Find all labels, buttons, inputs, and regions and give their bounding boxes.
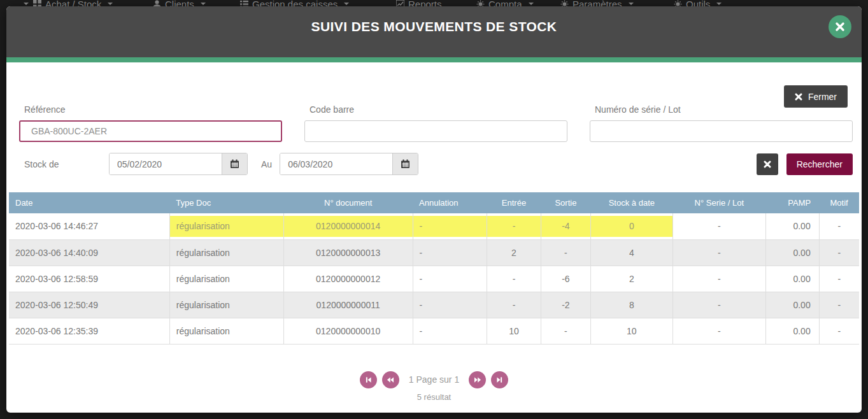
filter-form: Référence Code barre Numéro de série / L… — [6, 62, 862, 142]
cell-annulation: - — [413, 292, 487, 318]
nav-item-fragment[interactable] — [21, 0, 29, 5]
rechercher-button[interactable]: Rechercher — [786, 153, 853, 175]
reference-field-group: Référence — [19, 104, 282, 142]
cell-pamp: 0.00 — [765, 213, 819, 239]
header-entree: Entrée — [487, 192, 541, 213]
header-pamp: PAMP — [765, 192, 819, 213]
table-header-row: Date Type Doc N° document Annulation Ent… — [9, 192, 859, 213]
cell-stock-a-date: 4 — [590, 239, 672, 266]
code-barre-label: Code barre — [309, 104, 567, 115]
fermer-button-label: Fermer — [808, 92, 837, 102]
stock-movements-modal: SUIVI DES MOUVEMENTS DE STOCK Fermer Réf… — [6, 6, 862, 413]
skip-last-icon — [496, 376, 503, 383]
cell-pamp: 0.00 — [765, 292, 819, 318]
cell-motif: - — [819, 266, 859, 292]
cell-n-serie-lot: - — [673, 213, 766, 239]
cell-stock-a-date: 2 — [590, 266, 672, 292]
code-barre-field-group: Code barre — [304, 104, 567, 142]
chevron-down-icon — [529, 3, 534, 5]
close-button[interactable] — [829, 15, 851, 38]
cell-n-document: 0120000000013 — [283, 239, 413, 266]
stock-movements-table: Date Type Doc N° document Annulation Ent… — [9, 192, 859, 344]
header-n-serie-lot: N° Serie / Lot — [673, 192, 766, 213]
cell-motif: - — [819, 292, 859, 318]
fermer-button[interactable]: Fermer — [784, 85, 848, 108]
cell-date: 2020-03-06 14:40:09 — [9, 239, 169, 266]
cell-pamp: 0.00 — [765, 239, 819, 266]
calendar-icon — [230, 159, 239, 169]
header-n-document: N° document — [283, 192, 413, 213]
table-row[interactable]: 2020-03-06 12:58:59 régularisation 01200… — [9, 266, 859, 292]
cell-n-serie-lot: - — [673, 292, 766, 318]
calendar-icon — [401, 159, 410, 169]
modal-body: Fermer Référence Code barre Numéro de sé… — [6, 62, 862, 413]
chevron-down-icon — [716, 3, 722, 5]
reference-label: Référence — [24, 104, 282, 115]
chevron-down-icon — [629, 3, 634, 5]
cell-n-document: 0120000000014 — [283, 213, 413, 239]
close-icon — [764, 160, 771, 168]
cell-type-doc: régularisation — [169, 266, 283, 292]
date-to-calendar-button[interactable] — [392, 153, 418, 174]
cell-motif: - — [819, 213, 859, 239]
au-label: Au — [261, 159, 272, 169]
cell-annulation: - — [413, 266, 487, 292]
skip-first-icon — [365, 376, 372, 383]
cell-entree: - — [487, 213, 541, 239]
page-indicator: 1 Page sur 1 — [409, 374, 459, 385]
chevron-down-icon — [344, 3, 349, 5]
search-actions: Rechercher — [757, 153, 853, 175]
table-row[interactable]: 2020-03-06 12:35:39 régularisation 01200… — [9, 318, 859, 344]
accent-bar — [6, 57, 862, 62]
cell-type-doc: régularisation — [169, 213, 283, 239]
date-from-calendar-button[interactable] — [222, 153, 247, 174]
cell-sortie: -6 — [541, 266, 590, 292]
close-icon — [795, 93, 802, 101]
chevron-down-icon — [24, 3, 29, 5]
cell-type-doc: régularisation — [169, 239, 283, 266]
cell-n-document: 0120000000010 — [283, 318, 413, 344]
modal-header: SUIVI DES MOUVEMENTS DE STOCK — [6, 6, 862, 57]
cell-date: 2020-03-06 14:46:27 — [9, 213, 169, 239]
cell-sortie: - — [541, 318, 590, 344]
date-from-group — [109, 153, 248, 175]
cell-date: 2020-03-06 12:35:39 — [9, 318, 169, 344]
table-row[interactable]: 2020-03-06 12:50:49 régularisation 01200… — [9, 292, 859, 318]
cell-pamp: 0.00 — [765, 318, 819, 344]
cell-type-doc: régularisation — [169, 292, 283, 318]
cell-stock-a-date: 10 — [590, 318, 672, 344]
cell-motif: - — [819, 318, 859, 344]
first-page-button[interactable] — [360, 371, 377, 388]
cell-sortie: -4 — [541, 213, 590, 239]
close-icon — [835, 22, 845, 32]
fast-forward-icon — [474, 376, 481, 383]
header-motif: Motif — [819, 192, 859, 213]
cell-date: 2020-03-06 12:50:49 — [9, 292, 169, 318]
modal-title: SUIVI DES MOUVEMENTS DE STOCK — [6, 6, 862, 34]
clear-filters-button[interactable] — [757, 153, 778, 175]
cell-entree: 2 — [487, 239, 541, 266]
reference-input[interactable] — [19, 120, 282, 142]
header-type-doc: Type Doc — [169, 192, 283, 213]
header-stock-a-date: Stock à date — [590, 192, 672, 213]
cell-n-document: 0120000000012 — [283, 266, 413, 292]
numero-serie-input[interactable] — [590, 120, 853, 142]
date-to-input[interactable] — [280, 153, 392, 174]
result-count: 5 résultat — [6, 392, 862, 402]
cell-entree: - — [487, 292, 541, 318]
cell-sortie: -2 — [541, 292, 590, 318]
chevron-down-icon — [108, 3, 113, 5]
cell-sortie: - — [541, 239, 590, 266]
header-annulation: Annulation — [413, 192, 487, 213]
table-row[interactable]: 2020-03-06 14:46:27 régularisation 01200… — [9, 213, 859, 239]
cell-entree: 10 — [487, 318, 541, 344]
table-row[interactable]: 2020-03-06 14:40:09 régularisation 01200… — [9, 239, 859, 266]
next-page-button[interactable] — [469, 371, 486, 388]
code-barre-input[interactable] — [304, 120, 567, 142]
date-from-input[interactable] — [110, 153, 222, 174]
last-page-button[interactable] — [491, 371, 508, 388]
cell-pamp: 0.00 — [765, 266, 819, 292]
previous-page-button[interactable] — [382, 371, 399, 388]
cell-motif: - — [819, 239, 859, 266]
numero-serie-field-group: Numéro de série / Lot — [590, 104, 853, 142]
